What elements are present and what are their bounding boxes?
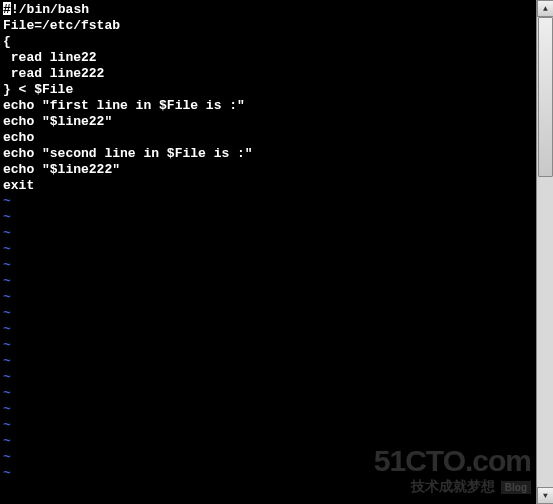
vertical-scrollbar[interactable]: ▲ ▼ — [536, 0, 553, 504]
empty-line-tilde: ~ — [3, 322, 536, 338]
cursor: # — [3, 2, 11, 15]
empty-line-tilde: ~ — [3, 210, 536, 226]
code-line: { — [3, 34, 536, 50]
code-line: File=/etc/fstab — [3, 18, 536, 34]
empty-line-tilde: ~ — [3, 258, 536, 274]
terminal-editor[interactable]: #!/bin/bash File=/etc/fstab { read line2… — [0, 0, 536, 504]
empty-line-tilde: ~ — [3, 466, 536, 482]
scroll-thumb[interactable] — [538, 17, 553, 177]
empty-line-tilde: ~ — [3, 290, 536, 306]
empty-line-tilde: ~ — [3, 418, 536, 434]
code-line: } < $File — [3, 82, 536, 98]
scroll-up-button[interactable]: ▲ — [537, 0, 553, 17]
empty-line-tilde: ~ — [3, 194, 536, 210]
empty-line-tilde: ~ — [3, 306, 536, 322]
scroll-down-button[interactable]: ▼ — [537, 487, 553, 504]
code-line: echo — [3, 130, 536, 146]
empty-line-tilde: ~ — [3, 386, 536, 402]
empty-line-tilde: ~ — [3, 242, 536, 258]
code-line: exit — [3, 178, 536, 194]
code-line: echo "$line222" — [3, 162, 536, 178]
code-line: echo "first line in $File is :" — [3, 98, 536, 114]
empty-line-tilde: ~ — [3, 338, 536, 354]
code-line: echo "second line in $File is :" — [3, 146, 536, 162]
code-line-1: #!/bin/bash — [3, 2, 536, 18]
empty-line-tilde: ~ — [3, 434, 536, 450]
code-line: read line222 — [3, 66, 536, 82]
empty-line-tilde: ~ — [3, 226, 536, 242]
code-line: read line22 — [3, 50, 536, 66]
code-line: echo "$line22" — [3, 114, 536, 130]
empty-line-tilde: ~ — [3, 354, 536, 370]
empty-line-tilde: ~ — [3, 450, 536, 466]
empty-line-tilde: ~ — [3, 370, 536, 386]
empty-line-tilde: ~ — [3, 402, 536, 418]
code-text: !/bin/bash — [11, 2, 89, 17]
empty-line-tilde: ~ — [3, 274, 536, 290]
